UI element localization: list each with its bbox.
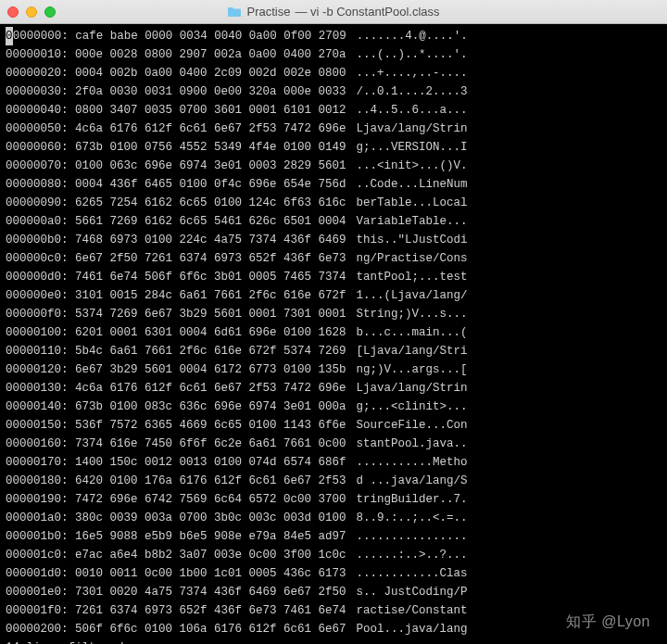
hex-offset: 00000120: xyxy=(6,363,69,376)
hex-row: 000000f0: 5374 7269 6e67 3b29 5601 0001 … xyxy=(6,305,661,323)
hex-bytes: e7ac a6e4 b8b2 3a07 003e 0c00 3f00 1c0c xyxy=(69,549,346,562)
hex-ascii: SourceFile...Con xyxy=(357,419,468,432)
hex-ascii: ..Code...LineNum xyxy=(357,178,468,191)
hex-ascii: String;)V...s... xyxy=(357,308,468,321)
hex-bytes: 6e67 3b29 5601 0004 6172 6773 0100 135b xyxy=(69,363,346,376)
hex-offset: 000000a0: xyxy=(6,215,69,228)
hex-offset: 00000100: xyxy=(6,326,69,339)
hex-ascii: tantPool;...test xyxy=(357,271,468,284)
hex-row: 000000e0: 3101 0015 284c 6a61 7661 2f6c … xyxy=(6,286,661,305)
hex-row: 00000020: 0004 002b 0a00 0400 2c09 002d … xyxy=(6,64,661,82)
hex-offset: 000001b0: xyxy=(6,530,69,543)
hex-offset: 000001c0: xyxy=(6,549,69,562)
hex-row: 000000a0: 5661 7269 6162 6c65 5461 626c … xyxy=(6,212,661,231)
hex-ascii: ............Clas xyxy=(357,567,468,580)
titlebar: Practise — vi -b ConstantPool.class xyxy=(0,0,667,24)
hex-offset: 000000e0: xyxy=(6,289,69,302)
hex-row: 000001b0: 16e5 9088 e5b9 b6e5 908e e79a … xyxy=(6,527,661,546)
folder-icon xyxy=(227,6,242,18)
hex-row: 00000160: 7374 616e 7450 6f6f 6c2e 6a61 … xyxy=(6,435,661,453)
hex-offset: 00000050: xyxy=(6,122,69,135)
hex-offset: 00000000: xyxy=(6,30,69,43)
hex-bytes: 7472 696e 6742 7569 6c64 6572 0c00 3700 xyxy=(69,493,346,506)
zoom-window-button[interactable] xyxy=(44,6,56,18)
hex-ascii: ng/Practise/Cons xyxy=(357,252,468,265)
hex-row: 00000170: 1400 150c 0012 0013 0100 074d … xyxy=(6,453,661,472)
hex-offset: 00000200: xyxy=(6,623,69,636)
hex-ascii: .......4.@....'. xyxy=(357,30,468,43)
hex-row: 00000100: 6201 0001 6301 0004 6d61 696e … xyxy=(6,323,661,342)
hex-row: 00000130: 4c6a 6176 612f 6c61 6e67 2f53 … xyxy=(6,379,661,398)
hex-bytes: 2f0a 0030 0031 0900 0e00 320a 000e 0033 xyxy=(69,85,346,98)
hex-row: 00000040: 0800 3407 0035 0700 3601 0001 … xyxy=(6,101,661,120)
titlebar-title: Practise — vi -b ConstantPool.class xyxy=(0,3,667,21)
hex-bytes: 4c6a 6176 612f 6c61 6e67 2f53 7472 696e xyxy=(69,382,346,395)
hex-bytes: 5b4c 6a61 7661 2f6c 616e 672f 5374 7269 xyxy=(69,345,346,358)
hex-row: 000000b0: 7468 6973 0100 224c 4a75 7374 … xyxy=(6,231,661,249)
hex-ascii: g;...<clinit>... xyxy=(357,400,468,413)
hex-offset: 00000130: xyxy=(6,382,69,395)
hex-bytes: 7301 0020 4a75 7374 436f 6469 6e67 2f50 xyxy=(69,586,346,599)
hex-offset: 00000170: xyxy=(6,456,69,469)
vi-statusline: 14 lines filtered xyxy=(0,638,667,644)
hex-row: 00000010: 000e 0028 0800 2907 002a 0a00 … xyxy=(6,45,661,64)
hex-row: 00000110: 5b4c 6a61 7661 2f6c 616e 672f … xyxy=(6,342,661,360)
hexdump-area[interactable]: 00000000: cafe babe 0000 0034 0040 0a00 … xyxy=(0,24,667,638)
hex-bytes: 5661 7269 6162 6c65 5461 626c 6501 0004 xyxy=(69,215,346,228)
hex-bytes: 506f 6f6c 0100 106a 6176 612f 6c61 6e67 xyxy=(69,623,346,636)
hex-row: 000001a0: 380c 0039 003a 0700 3b0c 003c … xyxy=(6,509,661,527)
hex-row: 000000d0: 7461 6e74 506f 6f6c 3b01 0005 … xyxy=(6,268,661,286)
minimize-window-button[interactable] xyxy=(26,6,37,18)
hex-ascii: stantPool.java.. xyxy=(357,437,468,450)
hex-row: 00000030: 2f0a 0030 0031 0900 0e00 320a … xyxy=(6,82,661,101)
hex-offset: 00000080: xyxy=(6,178,69,191)
hex-row: 00000150: 536f 7572 6365 4669 6c65 0100 … xyxy=(6,416,661,435)
hex-offset: 00000190: xyxy=(6,493,69,506)
hex-row: 00000200: 506f 6f6c 0100 106a 6176 612f … xyxy=(6,620,661,638)
hex-bytes: 0100 063c 696e 6974 3e01 0003 2829 5601 xyxy=(69,159,346,172)
hex-row: 00000120: 6e67 3b29 5601 0004 6172 6773 … xyxy=(6,360,661,379)
traffic-lights xyxy=(7,6,56,18)
hex-offset: 000000f0: xyxy=(6,308,69,321)
hex-ascii: ................ xyxy=(357,530,468,543)
hex-ascii: g;...VERSION...I xyxy=(357,141,468,154)
hex-ascii: ......:..>..?... xyxy=(357,549,468,562)
hex-ascii: berTable...Local xyxy=(357,196,468,209)
hex-ascii: [Ljava/lang/Stri xyxy=(357,345,468,358)
hex-ascii: ractise/Constant xyxy=(357,604,468,617)
hex-ascii: d ...java/lang/S xyxy=(357,474,468,487)
hex-offset: 00000020: xyxy=(6,67,69,80)
window-folder-name: Practise xyxy=(246,3,290,21)
hex-offset: 00000060: xyxy=(6,141,69,154)
hex-offset: 00000090: xyxy=(6,196,69,209)
hex-bytes: 5374 7269 6e67 3b29 5601 0001 7301 0001 xyxy=(69,308,346,321)
hex-offset: 00000070: xyxy=(6,159,69,172)
hex-ascii: Ljava/lang/Strin xyxy=(357,382,468,395)
hex-row: 00000000: cafe babe 0000 0034 0040 0a00 … xyxy=(6,27,661,45)
hex-bytes: 0004 002b 0a00 0400 2c09 002d 002e 0800 xyxy=(69,67,346,80)
hex-bytes: 4c6a 6176 612f 6c61 6e67 2f53 7472 696e xyxy=(69,122,346,135)
hex-bytes: 0004 436f 6465 0100 0f4c 696e 654e 756d xyxy=(69,178,346,191)
hex-offset: 000001e0: xyxy=(6,586,69,599)
hex-ascii: 8..9.:..;..<.=.. xyxy=(357,511,468,524)
hex-row: 00000180: 6420 0100 176a 6176 612f 6c61 … xyxy=(6,472,661,490)
hex-offset: 00000040: xyxy=(6,104,69,117)
hex-ascii: /..0.1....2....3 xyxy=(357,85,468,98)
hex-bytes: 380c 0039 003a 0700 3b0c 003c 003d 0100 xyxy=(69,511,346,524)
hex-bytes: cafe babe 0000 0034 0040 0a00 0f00 2709 xyxy=(69,30,346,43)
hex-bytes: 536f 7572 6365 4669 6c65 0100 1143 6f6e xyxy=(69,419,346,432)
hex-ascii: Ljava/lang/Strin xyxy=(357,122,468,135)
vi-cursor: 0 xyxy=(6,27,13,45)
hex-offset: 000000b0: xyxy=(6,234,69,246)
hex-row: 00000090: 6265 7254 6162 6c65 0100 124c … xyxy=(6,194,661,212)
hex-ascii: ...(..)..*....'. xyxy=(357,48,468,61)
hex-offset: 00000110: xyxy=(6,345,69,358)
hex-offset: 00000010: xyxy=(6,48,69,61)
hex-row: 00000140: 673b 0100 083c 636c 696e 6974 … xyxy=(6,398,661,416)
hex-offset: 000001f0: xyxy=(6,604,69,617)
close-window-button[interactable] xyxy=(7,6,19,18)
hex-ascii: ng;)V...args...[ xyxy=(357,363,468,376)
hex-bytes: 6420 0100 176a 6176 612f 6c61 6e67 2f53 xyxy=(69,474,346,487)
hex-bytes: 6201 0001 6301 0004 6d61 696e 0100 1628 xyxy=(69,326,346,339)
hex-offset: 00000030: xyxy=(6,85,69,98)
